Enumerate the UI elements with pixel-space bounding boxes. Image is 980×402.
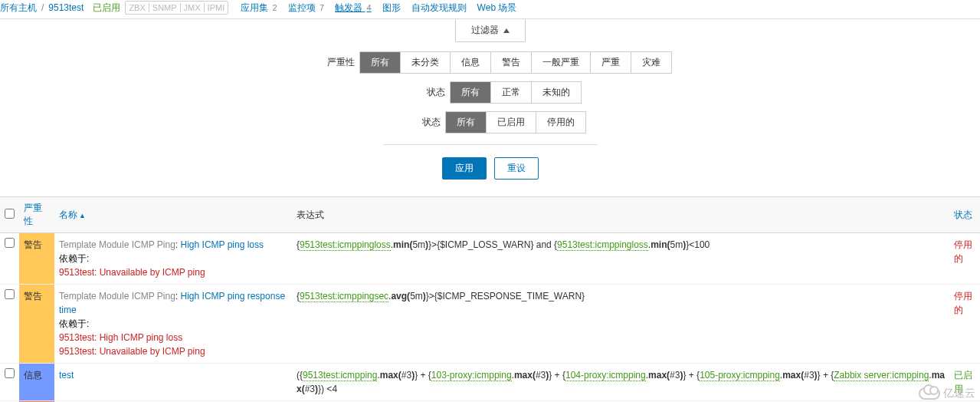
proto-ipmi: IPMI	[204, 3, 228, 12]
state-opt-all[interactable]: 所有	[451, 82, 490, 103]
status-toggle-link[interactable]: 停用的	[954, 291, 972, 315]
status-cell: 停用的	[949, 285, 980, 364]
expr-item-link[interactable]: 103-proxy:icmpping	[431, 370, 512, 381]
filter-row-severity: 严重性 所有 未分类 信息 警告 一般严重 严重 灾难	[309, 51, 672, 74]
bc-host[interactable]: 9513test	[48, 2, 84, 13]
proto-jmx: JMX	[180, 3, 204, 12]
name-cell: Template Module ICMP Ping: High ICMP pin…	[54, 233, 292, 285]
state-opt-unknown[interactable]: 未知的	[531, 82, 581, 103]
table-row: 警告Template Module ICMP Ping: High ICMP p…	[0, 233, 980, 285]
filter-section: 过滤器 严重性 所有 未分类 信息 警告 一般严重 严重 灾难 状态 所有 正常…	[0, 18, 980, 187]
sev-opt-notclassified[interactable]: 未分类	[400, 52, 450, 73]
col-status[interactable]: 状态	[954, 209, 972, 220]
table-row: 警告Template Module ICMP Ping: High ICMP p…	[0, 285, 980, 364]
trigger-table: 严重性 名称▲ 表达式 状态 警告Template Module ICMP Pi…	[0, 196, 980, 402]
state-opt-normal[interactable]: 正常	[490, 82, 531, 103]
row-checkbox[interactable]	[5, 289, 15, 299]
name-cell: Template Module ICMP Ping: High ICMP pin…	[54, 285, 292, 364]
tab-graphs[interactable]: 图形	[382, 2, 401, 15]
dependency-link[interactable]: 9513test: Unavailable by ICMP ping	[59, 267, 205, 278]
status-toggle-link[interactable]: 已启用	[954, 370, 972, 394]
sev-opt-info[interactable]: 信息	[450, 52, 490, 73]
table-row: 信息test({9513test:icmpping.max(#3)} + {10…	[0, 364, 980, 401]
sev-opt-warn[interactable]: 警告	[490, 52, 531, 73]
row-checkbox[interactable]	[5, 368, 15, 378]
sev-opt-high[interactable]: 严重	[590, 52, 631, 73]
expression-cell: {9513test:icmppingsec.avg(5m)}>{$ICMP_RE…	[292, 285, 949, 364]
host-enabled-label: 已启用	[93, 2, 120, 15]
expr-item-link[interactable]: 104-proxy:icmpping	[565, 370, 646, 381]
col-name[interactable]: 名称▲	[59, 209, 86, 220]
breadcrumb-bar: 所有主机 / 9513test 已启用 ZBXSNMPJMXIPMI 应用集 2…	[0, 0, 980, 17]
sev-opt-avg[interactable]: 一般严重	[531, 52, 590, 73]
dependency-link[interactable]: 9513test: High ICMP ping loss	[59, 332, 182, 343]
filter-status-label: 状态	[395, 116, 441, 129]
expr-item-link[interactable]: 9513test:icmppingloss	[557, 239, 648, 251]
protocol-badges: ZBXSNMPJMXIPMI	[125, 1, 228, 15]
filter-state-label: 状态	[399, 86, 445, 99]
status-opt-all[interactable]: 所有	[446, 112, 486, 133]
severity-cell: 信息	[19, 364, 54, 401]
trigger-name-link[interactable]: High ICMP ping loss	[181, 239, 264, 250]
expression-cell: {9513test:icmppingloss.min(5m)}>{$ICMP_L…	[292, 233, 949, 285]
tab-discovery[interactable]: 自动发现规则	[411, 2, 467, 15]
depends-label: 依赖于:	[59, 318, 89, 329]
filter-severity-seg[interactable]: 所有 未分类 信息 警告 一般严重 严重 灾难	[359, 51, 672, 74]
proto-zbx: ZBX	[126, 3, 148, 12]
expr-item-link[interactable]: 9513test:icmppingloss	[300, 239, 391, 251]
chevron-up-icon	[503, 28, 510, 33]
col-expression: 表达式	[297, 209, 324, 220]
tab-web[interactable]: Web 场景	[477, 2, 517, 15]
sort-asc-icon: ▲	[79, 212, 86, 219]
sev-opt-all[interactable]: 所有	[360, 52, 400, 73]
expr-item-link[interactable]: 9513test:icmpping	[303, 370, 377, 381]
severity-cell: 警告	[19, 285, 54, 364]
depends-label: 依赖于:	[59, 253, 89, 264]
tab-applications[interactable]: 应用集 2	[241, 2, 277, 15]
dependency-link[interactable]: 9513test: Unavailable by ICMP ping	[59, 346, 205, 357]
status-opt-enabled[interactable]: 已启用	[486, 112, 536, 133]
filter-row-status: 状态 所有 已启用 停用的	[395, 111, 586, 133]
sev-opt-disaster[interactable]: 灾难	[631, 52, 671, 73]
filter-status-seg[interactable]: 所有 已启用 停用的	[445, 111, 586, 133]
bc-sep: /	[40, 2, 45, 13]
status-cell: 已启用	[949, 364, 980, 401]
row-checkbox[interactable]	[5, 238, 15, 248]
bc-all-hosts[interactable]: 所有主机	[0, 2, 37, 13]
filter-divider	[383, 144, 598, 145]
expr-item-link[interactable]: Zabbix server:icmpping	[834, 370, 929, 381]
select-all-checkbox[interactable]	[5, 209, 15, 219]
expr-item-link[interactable]: 105-proxy:icmpping	[700, 370, 780, 381]
reset-button[interactable]: 重设	[494, 157, 539, 180]
status-opt-disabled[interactable]: 停用的	[536, 112, 585, 133]
template-name: Template Module ICMP Ping	[59, 239, 175, 250]
template-name: Template Module ICMP Ping	[59, 291, 175, 302]
filter-severity-label: 严重性	[309, 56, 355, 69]
tab-items[interactable]: 监控项 7	[288, 2, 324, 15]
filter-tab-label: 过滤器	[471, 24, 499, 37]
filter-state-seg[interactable]: 所有 正常 未知的	[450, 81, 582, 104]
trigger-name-link[interactable]: test	[59, 370, 74, 381]
expr-item-link[interactable]: 9513test:icmppingsec	[300, 291, 388, 302]
filter-toggle[interactable]: 过滤器	[455, 19, 526, 42]
status-cell: 停用的	[949, 233, 980, 285]
col-severity[interactable]: 严重性	[24, 203, 42, 226]
filter-row-state: 状态 所有 正常 未知的	[399, 81, 582, 104]
apply-button[interactable]: 应用	[442, 157, 487, 180]
status-toggle-link[interactable]: 停用的	[954, 239, 972, 264]
tab-triggers[interactable]: 触发器 4	[335, 2, 371, 15]
severity-cell: 警告	[19, 233, 54, 285]
expression-cell: ({9513test:icmpping.max(#3)} + {103-prox…	[292, 364, 949, 401]
name-cell: test	[54, 364, 292, 401]
proto-snmp: SNMP	[149, 3, 180, 12]
